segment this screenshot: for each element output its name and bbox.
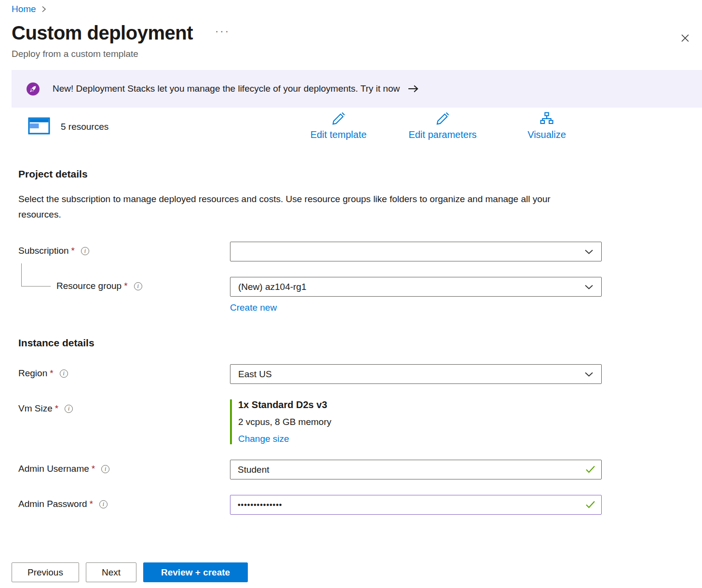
deployment-stacks-banner[interactable]: New! Deployment Stacks let you manage th…: [12, 70, 702, 108]
valid-check-icon: [585, 501, 595, 508]
resource-group-dropdown[interactable]: (New) az104-rg1: [230, 277, 602, 297]
pencil-icon: [330, 111, 347, 128]
page-header: Custom deployment ··· Deploy from a cust…: [0, 14, 702, 59]
vm-size-row: Vm Size * 1x Standard D2s v3 2 vcpus, 8 …: [18, 399, 690, 444]
region-row: Region * East US: [18, 364, 690, 384]
review-create-button[interactable]: Review + create: [143, 562, 248, 582]
info-icon[interactable]: [99, 500, 108, 508]
edit-parameters-button[interactable]: Edit parameters: [391, 111, 495, 143]
banner-text: New! Deployment Stacks let you manage th…: [53, 83, 400, 94]
next-button[interactable]: Next: [86, 562, 136, 582]
more-options-button[interactable]: ···: [215, 25, 230, 38]
region-value: East US: [238, 369, 584, 380]
deployment-form: Project details Select the subscription …: [0, 168, 702, 515]
required-marker: *: [71, 246, 75, 256]
resources-count: 5 resources: [61, 122, 108, 132]
chevron-down-icon: [584, 284, 594, 290]
breadcrumb-home-link[interactable]: Home: [12, 4, 36, 14]
edit-parameters-label: Edit parameters: [408, 129, 476, 140]
page-title: Custom deployment: [12, 22, 193, 44]
close-button[interactable]: [678, 31, 692, 47]
admin-password-label: Admin Password: [18, 499, 87, 509]
arrow-right-icon: [407, 84, 419, 93]
vm-size-name: 1x Standard D2s v3: [238, 399, 602, 410]
resource-group-label: Resource group: [56, 281, 122, 291]
template-resources: 5 resources: [28, 117, 108, 143]
admin-password-row: Admin Password *: [18, 495, 690, 515]
valid-check-icon: [585, 465, 595, 473]
subscription-label-cell: Subscription *: [18, 242, 230, 256]
visualize-icon: [539, 111, 555, 128]
vm-size-specs: 2 vcpus, 8 GB memory: [238, 417, 602, 427]
admin-username-row: Admin Username *: [18, 460, 690, 479]
required-marker: *: [124, 281, 127, 291]
breadcrumb: Home: [0, 0, 702, 14]
vm-size-selection: 1x Standard D2s v3 2 vcpus, 8 GB memory …: [230, 399, 602, 444]
create-new-link[interactable]: Create new: [230, 302, 277, 313]
project-details-heading: Project details: [18, 168, 690, 180]
admin-username-input[interactable]: [230, 460, 602, 479]
pencil-icon: [434, 111, 451, 128]
required-marker: *: [90, 499, 93, 509]
rocket-icon: [27, 82, 40, 96]
chevron-down-icon: [584, 371, 594, 378]
resource-group-value: (New) az104-rg1: [238, 282, 584, 292]
visualize-button[interactable]: Visualize: [495, 111, 599, 143]
resource-group-control: (New) az104-rg1 Create new: [230, 277, 602, 313]
region-dropdown[interactable]: East US: [230, 364, 602, 384]
instance-details-heading: Instance details: [18, 337, 690, 349]
subscription-row: Subscription *: [18, 242, 690, 261]
region-label-cell: Region *: [18, 364, 230, 379]
template-actions: Edit template Edit parameters Visualize: [286, 111, 599, 143]
chevron-down-icon: [584, 248, 594, 255]
page-subtitle: Deploy from a custom template: [12, 49, 690, 59]
template-summary-bar: 5 resources Edit template Edit parameter…: [0, 111, 702, 143]
previous-button[interactable]: Previous: [12, 562, 79, 582]
resource-group-label-cell: Resource group *: [18, 277, 230, 291]
edit-template-button[interactable]: Edit template: [286, 111, 391, 143]
chevron-right-icon: [41, 5, 47, 13]
title-row: Custom deployment ···: [12, 22, 690, 44]
info-icon[interactable]: [60, 369, 68, 378]
info-icon[interactable]: [81, 247, 89, 255]
project-details-description: Select the subscription to manage deploy…: [18, 191, 587, 222]
template-icon: [28, 117, 50, 137]
admin-username-label: Admin Username: [18, 464, 89, 474]
info-icon[interactable]: [65, 405, 73, 413]
visualize-label: Visualize: [527, 129, 566, 140]
admin-password-label-cell: Admin Password *: [18, 495, 230, 509]
required-marker: *: [55, 403, 58, 414]
vm-size-label-cell: Vm Size *: [18, 399, 230, 414]
required-marker: *: [92, 464, 95, 474]
change-size-link[interactable]: Change size: [238, 434, 289, 444]
footer-actions: Previous Next Review + create: [12, 562, 248, 582]
admin-username-control: [230, 460, 602, 479]
admin-username-label-cell: Admin Username *: [18, 460, 230, 474]
admin-password-input[interactable]: [230, 495, 602, 515]
tree-connector-line: [21, 263, 51, 287]
admin-password-control: [230, 495, 602, 515]
subscription-label: Subscription: [18, 246, 69, 256]
info-icon[interactable]: [134, 282, 142, 290]
info-icon[interactable]: [101, 465, 109, 473]
region-label: Region: [18, 368, 47, 379]
subscription-dropdown[interactable]: [230, 242, 602, 261]
vm-size-label: Vm Size: [18, 403, 53, 414]
edit-template-label: Edit template: [310, 129, 367, 140]
required-marker: *: [50, 368, 53, 379]
resource-group-row: Resource group * (New) az104-rg1 Create …: [18, 277, 690, 313]
